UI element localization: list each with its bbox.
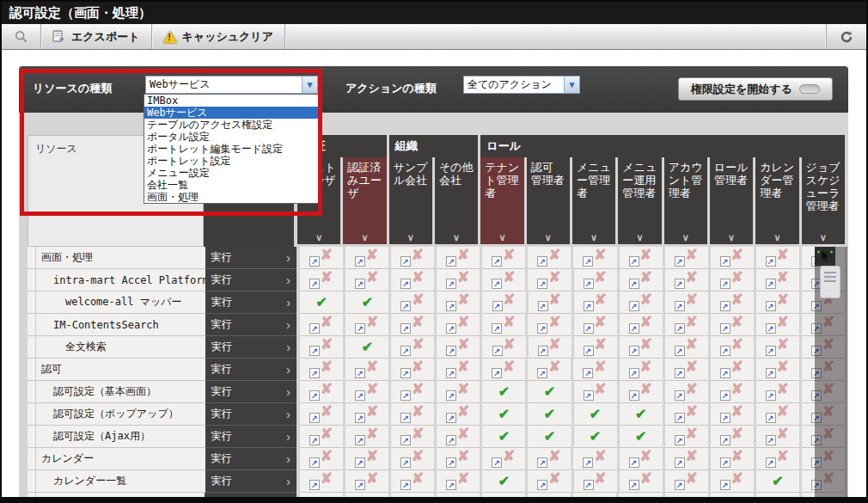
permission-cell[interactable]: ✘↗ xyxy=(300,336,343,359)
permission-cell[interactable]: ✘↗ xyxy=(574,470,617,493)
permission-cell[interactable]: ✘↗ xyxy=(665,403,708,426)
permission-cell[interactable]: ✘↗ xyxy=(528,314,571,336)
permission-cell[interactable]: ✘↗ xyxy=(482,247,525,269)
permission-cell[interactable]: ✘↗ xyxy=(756,247,799,269)
chevron-down-icon[interactable]: ∨ xyxy=(755,232,798,242)
column-header-cell[interactable]: カレンダー管理者∨ xyxy=(755,157,798,244)
column-header-cell[interactable]: ロール管理者∨ xyxy=(710,157,753,244)
execute-action-button[interactable]: 実行› xyxy=(205,470,296,493)
permission-cell[interactable]: ✘↗ xyxy=(391,426,434,448)
permission-cell[interactable]: ✘↗ xyxy=(391,403,434,426)
permission-cell[interactable]: ✘↗ xyxy=(345,426,388,448)
permission-cell[interactable]: ✘↗ xyxy=(665,336,708,359)
permission-cell[interactable]: ✘↗ xyxy=(711,314,754,336)
permission-cell[interactable]: ✘↗ xyxy=(665,291,708,314)
execute-action-button[interactable] xyxy=(205,493,296,497)
permission-cell[interactable]: ✘↗ xyxy=(345,470,388,493)
permission-cell[interactable]: ✔ xyxy=(528,381,571,403)
permission-cell[interactable]: ✘↗ xyxy=(620,448,663,470)
permission-cell[interactable]: ✘↗ xyxy=(711,426,754,448)
permission-cell[interactable]: ✘↗ xyxy=(437,314,480,336)
permission-cell[interactable]: ✘↗ xyxy=(300,314,343,336)
permission-cell[interactable]: ✘↗ xyxy=(711,291,754,314)
permission-cell[interactable]: ✘↗ xyxy=(529,291,572,314)
permission-cell[interactable]: ✘↗ xyxy=(437,381,480,403)
permission-cell[interactable]: ✔ xyxy=(482,403,525,426)
dropdown-option[interactable]: メニュー設定 xyxy=(144,167,319,179)
permission-cell[interactable]: ✘↗ xyxy=(391,470,434,493)
permission-cell[interactable]: ✘↗ xyxy=(756,269,799,291)
permission-cell[interactable]: ✘↗ xyxy=(573,448,616,470)
permission-cell[interactable]: ✘↗ xyxy=(711,247,754,269)
permission-cell[interactable]: ✘↗ xyxy=(300,403,343,426)
dropdown-option[interactable]: ポートレット設定 xyxy=(144,155,319,167)
permission-cell[interactable]: ✘↗ xyxy=(345,359,388,381)
permission-cell[interactable]: ✔ xyxy=(345,291,388,314)
permission-cell[interactable]: ✘↗ xyxy=(756,381,799,403)
permission-cell[interactable]: ✘↗ xyxy=(345,381,388,403)
permission-cell[interactable]: ✔ xyxy=(620,403,663,426)
permission-cell[interactable]: ✘↗ xyxy=(345,448,388,470)
permission-cell[interactable]: ✔ xyxy=(528,403,571,426)
permission-cell[interactable]: ✔ xyxy=(482,470,525,493)
permission-cell[interactable] xyxy=(345,493,388,497)
permission-cell[interactable]: ✘↗ xyxy=(437,448,480,470)
permission-cell[interactable]: ✘↗ xyxy=(620,381,663,403)
execute-action-button[interactable]: 実行› xyxy=(205,381,296,403)
permission-cell[interactable]: ✘↗ xyxy=(573,359,616,381)
permission-cell[interactable]: ✘↗ xyxy=(620,359,663,381)
permission-cell[interactable]: ✘↗ xyxy=(756,336,799,359)
search-button[interactable] xyxy=(2,24,41,49)
permission-cell[interactable]: ✘↗ xyxy=(620,314,663,336)
permission-cell[interactable]: ✘↗ xyxy=(437,426,480,448)
column-header-cell[interactable]: 認証済みユーザ∨ xyxy=(343,157,386,244)
permission-cell[interactable]: ✘↗ xyxy=(620,247,663,269)
permission-cell[interactable]: ✘↗ xyxy=(345,247,388,269)
permission-cell[interactable]: ✘↗ xyxy=(665,448,708,470)
permission-cell[interactable]: ✘↗ xyxy=(711,336,754,359)
permission-cell[interactable]: ✘↗ xyxy=(528,269,571,291)
dropdown-option[interactable]: IMBox xyxy=(144,95,319,107)
permission-cell[interactable]: ✘↗ xyxy=(711,403,754,426)
action-type-select[interactable]: 全てのアクション ▾ xyxy=(463,76,580,94)
permission-cell[interactable]: ✘↗ xyxy=(711,448,754,470)
permission-cell[interactable]: ✘↗ xyxy=(756,291,799,314)
permission-cell[interactable]: ✘↗ xyxy=(620,470,663,493)
permission-cell[interactable]: ✘↗ xyxy=(620,291,663,314)
permission-cell[interactable]: ✘↗ xyxy=(300,269,343,291)
permission-cell[interactable]: ✘↗ xyxy=(756,403,799,426)
permission-cell[interactable]: ✘↗ xyxy=(528,470,571,493)
chevron-down-icon[interactable]: ∨ xyxy=(802,232,845,242)
permission-cell[interactable]: ✘↗ xyxy=(391,381,434,403)
permission-cell[interactable]: ✘↗ xyxy=(665,314,708,336)
dropdown-option[interactable]: ポートレット編集モード設定 xyxy=(144,143,319,155)
permission-cell[interactable]: ✘↗ xyxy=(300,470,343,493)
chevron-down-icon[interactable]: ∨ xyxy=(435,232,478,242)
permission-cell[interactable]: ✘↗ xyxy=(528,247,571,269)
permission-cell[interactable]: ✘↗ xyxy=(391,359,434,381)
permission-cell[interactable]: ✘↗ xyxy=(573,247,616,269)
chevron-down-icon[interactable]: ∨ xyxy=(618,232,661,242)
execute-action-button[interactable]: 実行› xyxy=(205,336,296,359)
chevron-down-icon[interactable]: ▾ xyxy=(564,77,579,93)
execute-action-button[interactable]: 実行› xyxy=(205,247,296,269)
permission-cell[interactable]: ✔ xyxy=(482,426,525,448)
permission-cell[interactable]: ✔ xyxy=(574,426,617,448)
dropdown-option[interactable]: ポータル設定 xyxy=(144,131,319,143)
permission-cell[interactable]: ✘↗ xyxy=(437,470,480,493)
permission-cell[interactable]: ✘↗ xyxy=(574,291,617,314)
resource-type-select[interactable]: Webサービス ▾ xyxy=(145,76,318,94)
permission-cell[interactable]: ✘↗ xyxy=(711,359,754,381)
execute-action-button[interactable]: 実行› xyxy=(205,314,296,336)
permission-cell[interactable]: ✘↗ xyxy=(437,359,480,381)
permission-cell[interactable]: ✘↗ xyxy=(300,247,343,269)
chevron-down-icon[interactable]: ∨ xyxy=(343,232,386,242)
execute-action-button[interactable]: 実行› xyxy=(205,291,296,314)
permission-cell[interactable]: ✘↗ xyxy=(620,336,663,359)
permission-cell[interactable] xyxy=(300,493,343,497)
permission-cell[interactable]: ✘↗ xyxy=(437,291,480,314)
chevron-down-icon[interactable]: ∨ xyxy=(527,232,570,242)
permission-cell[interactable]: ✘↗ xyxy=(482,359,525,381)
permission-cell[interactable]: ✘↗ xyxy=(300,448,343,470)
permission-cell[interactable] xyxy=(528,493,571,497)
